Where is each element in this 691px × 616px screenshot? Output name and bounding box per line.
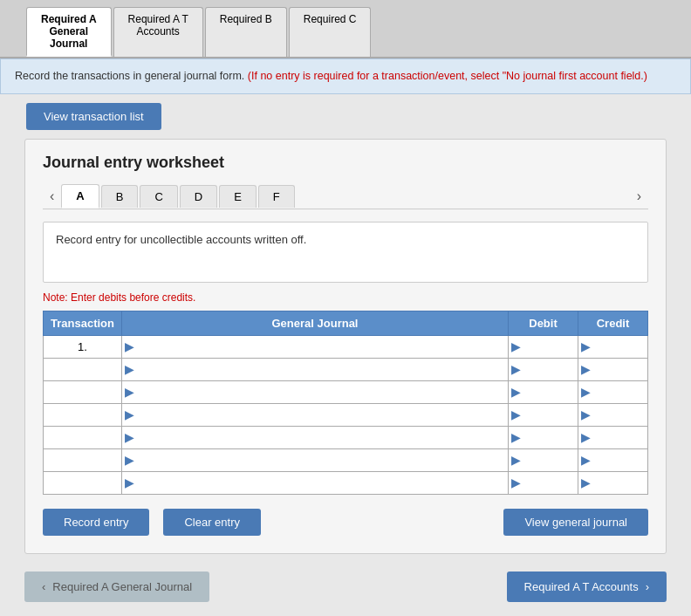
- worksheet-title: Journal entry worksheet: [43, 154, 648, 172]
- debit-input-3[interactable]: [523, 404, 578, 426]
- letter-tab-F[interactable]: F: [258, 185, 295, 208]
- debit-arrow-icon-1: ▶: [509, 362, 523, 376]
- table-row-journal-0[interactable]: ▶: [122, 335, 509, 358]
- table-row-journal-3[interactable]: ▶: [122, 403, 509, 426]
- table-row-credit-0[interactable]: ▶: [578, 335, 648, 358]
- credit-arrow-icon-1: ▶: [578, 362, 593, 376]
- table-row-debit-6[interactable]: ▶: [509, 471, 578, 494]
- journal-input-3[interactable]: [137, 404, 508, 426]
- debit-arrow-icon-4: ▶: [509, 430, 523, 444]
- credit-arrow-icon-0: ▶: [578, 339, 593, 353]
- info-red-text: (If no entry is required for a transacti…: [248, 70, 647, 82]
- credit-input-6[interactable]: [593, 472, 647, 494]
- journal-arrow-icon-4: ▶: [122, 430, 137, 444]
- letter-tabs: ‹ A B C D E F ›: [43, 184, 648, 209]
- col-header-debit: Debit: [509, 311, 578, 335]
- journal-arrow-icon-1: ▶: [122, 362, 137, 376]
- view-transaction-btn-container: View transaction list: [26, 103, 161, 130]
- journal-table: Transaction General Journal Debit Credit…: [43, 311, 648, 495]
- table-row-debit-2[interactable]: ▶: [509, 380, 578, 403]
- debit-arrow-icon-0: ▶: [509, 339, 523, 353]
- table-row-num-6: [44, 471, 122, 494]
- table-row-journal-4[interactable]: ▶: [122, 426, 509, 448]
- letter-tab-C[interactable]: C: [140, 185, 177, 208]
- prev-arrow-icon: ‹: [42, 580, 45, 593]
- credit-arrow-icon-6: ▶: [578, 476, 593, 489]
- debit-input-6[interactable]: [523, 472, 578, 494]
- credit-input-2[interactable]: [593, 381, 647, 403]
- journal-input-6[interactable]: [137, 472, 508, 494]
- table-row-debit-3[interactable]: ▶: [509, 403, 578, 426]
- letter-tab-B[interactable]: B: [101, 185, 139, 208]
- table-row-journal-6[interactable]: ▶: [122, 471, 509, 494]
- table-row-credit-1[interactable]: ▶: [578, 358, 648, 380]
- table-row-debit-0[interactable]: ▶: [509, 335, 578, 358]
- journal-input-0[interactable]: [137, 336, 508, 358]
- table-row-journal-5[interactable]: ▶: [122, 448, 509, 471]
- prev-nav-button[interactable]: ‹ Required A General Journal: [24, 572, 209, 602]
- letter-tab-prev[interactable]: ‹: [43, 185, 61, 208]
- journal-input-5[interactable]: [137, 449, 508, 471]
- table-row-debit-1[interactable]: ▶: [509, 358, 578, 380]
- credit-input-3[interactable]: [593, 404, 647, 426]
- debit-input-2[interactable]: [523, 381, 578, 403]
- tab-required-a-t-accounts[interactable]: Required A TAccounts: [113, 7, 203, 57]
- debit-input-1[interactable]: [523, 359, 578, 380]
- journal-input-2[interactable]: [137, 381, 508, 403]
- info-main-text: Record the transactions in general journ…: [15, 70, 244, 82]
- table-row-num-1: [44, 358, 122, 380]
- info-banner: Record the transactions in general journ…: [0, 58, 691, 94]
- tab-required-b[interactable]: Required B: [205, 7, 287, 57]
- table-row-credit-5[interactable]: ▶: [578, 448, 648, 471]
- journal-arrow-icon-6: ▶: [122, 476, 137, 489]
- view-transaction-list-button[interactable]: View transaction list: [26, 103, 161, 130]
- letter-tab-next[interactable]: ›: [630, 185, 648, 208]
- table-row-num-0: 1.: [44, 335, 122, 358]
- letter-tab-D[interactable]: D: [180, 185, 217, 208]
- table-row-num-4: [44, 426, 122, 448]
- table-row-num-3: [44, 403, 122, 426]
- credit-input-0[interactable]: [593, 336, 647, 358]
- debit-input-0[interactable]: [523, 336, 578, 358]
- table-row-credit-6[interactable]: ▶: [578, 471, 648, 494]
- tab-required-a-general-journal[interactable]: Required AGeneralJournal: [26, 7, 112, 57]
- table-row-num-5: [44, 448, 122, 471]
- debit-input-4[interactable]: [523, 427, 578, 448]
- table-row-num-2: [44, 380, 122, 403]
- debit-input-5[interactable]: [523, 449, 578, 471]
- journal-input-4[interactable]: [137, 427, 508, 448]
- col-header-credit: Credit: [578, 311, 648, 335]
- record-entry-button[interactable]: Record entry: [43, 509, 149, 536]
- worksheet-container: Journal entry worksheet ‹ A B C D E F › …: [24, 139, 667, 554]
- table-row-journal-2[interactable]: ▶: [122, 380, 509, 403]
- bottom-nav: ‹ Required A General Journal Required A …: [0, 563, 691, 611]
- journal-arrow-icon-3: ▶: [122, 407, 137, 421]
- credit-arrow-icon-2: ▶: [578, 385, 593, 399]
- table-row-debit-5[interactable]: ▶: [509, 448, 578, 471]
- table-row-credit-4[interactable]: ▶: [578, 426, 648, 448]
- table-row-journal-1[interactable]: ▶: [122, 358, 509, 380]
- credit-input-4[interactable]: [593, 427, 647, 448]
- credit-arrow-icon-5: ▶: [578, 453, 593, 467]
- letter-tab-E[interactable]: E: [219, 185, 257, 208]
- debit-arrow-icon-2: ▶: [509, 385, 523, 399]
- table-row-credit-3[interactable]: ▶: [578, 403, 648, 426]
- journal-input-1[interactable]: [137, 359, 508, 380]
- credit-input-1[interactable]: [593, 359, 647, 380]
- debit-arrow-icon-6: ▶: [509, 476, 523, 489]
- tab-bar: Required AGeneralJournal Required A TAcc…: [0, 0, 691, 58]
- view-general-journal-button[interactable]: View general journal: [503, 509, 648, 536]
- journal-arrow-icon-0: ▶: [122, 339, 137, 353]
- clear-entry-button[interactable]: Clear entry: [163, 509, 261, 536]
- prev-nav-label: Required A General Journal: [52, 580, 192, 593]
- table-row-debit-4[interactable]: ▶: [509, 426, 578, 448]
- journal-arrow-icon-5: ▶: [122, 453, 137, 467]
- next-nav-button[interactable]: Required A T Accounts ›: [507, 572, 667, 602]
- debit-arrow-icon-5: ▶: [509, 453, 523, 467]
- entry-description: Record entry for uncollectible accounts …: [43, 222, 648, 283]
- col-header-general-journal: General Journal: [122, 311, 509, 335]
- table-row-credit-2[interactable]: ▶: [578, 380, 648, 403]
- letter-tab-A[interactable]: A: [61, 184, 99, 209]
- tab-required-c[interactable]: Required C: [289, 7, 372, 57]
- credit-input-5[interactable]: [593, 449, 647, 471]
